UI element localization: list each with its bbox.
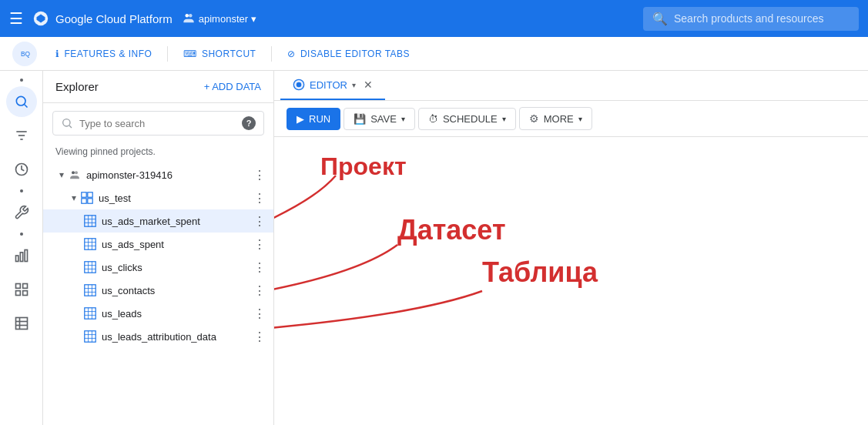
project-tree-item[interactable]: ▾ apimonster-319416 ⋮ [43, 163, 273, 186]
search-nav-icon [14, 94, 29, 109]
project-more-btn[interactable]: ⋮ [252, 167, 267, 182]
project-label: apimonster-319416 [86, 169, 252, 181]
svg-rect-12 [20, 253, 22, 262]
table-label-4: us_leads [102, 308, 252, 320]
svg-rect-26 [82, 192, 86, 197]
run-btn[interactable]: ▶ RUN [287, 108, 340, 130]
table-more-btn-1[interactable]: ⋮ [252, 236, 267, 252]
dataset-tree-item[interactable]: ▾ us_test ⋮ [43, 186, 273, 209]
account-chevron: ▾ [251, 13, 256, 25]
dataset-annotation-text: Датасет [397, 214, 506, 246]
logo: Google Cloud Platform [32, 10, 173, 27]
table-icon-4 [83, 306, 97, 320]
schedule-label: SCHEDULE [443, 113, 498, 125]
save-btn[interactable]: 💾 SAVE ▾ [344, 108, 415, 130]
search-input[interactable] [79, 118, 236, 129]
hamburger-menu[interactable]: ☰ [9, 9, 23, 28]
table-more-btn-5[interactable]: ⋮ [252, 329, 267, 344]
shortcut-btn[interactable]: ⌨ SHORTCUT [174, 44, 265, 64]
table-tree-item-3[interactable]: us_contacts ⋮ [43, 279, 273, 302]
sidebar-table-icon[interactable] [6, 308, 37, 339]
help-icon[interactable]: ? [242, 116, 256, 130]
table-tree-item-2[interactable]: us_clicks ⋮ [43, 256, 273, 279]
svg-rect-17 [22, 291, 27, 296]
sidebar-clock-icon[interactable] [6, 154, 37, 185]
dashboard-nav-icon [14, 282, 29, 297]
people-icon [69, 169, 81, 181]
schedule-icon: ⏱ [428, 113, 438, 125]
dataset-more-btn[interactable]: ⋮ [252, 190, 267, 206]
sidebar-dot-1 [20, 79, 23, 82]
project-icon [68, 168, 82, 182]
gcp-logo-icon [32, 10, 49, 27]
table-more-btn-2[interactable]: ⋮ [252, 259, 267, 275]
table-grid-icon [84, 215, 96, 227]
top-bar: ☰ Google Cloud Platform apimonster ▾ 🔍 S… [0, 0, 868, 37]
nav-divider-1 [167, 46, 168, 62]
project-annotation: Проект [320, 152, 407, 181]
sidebar-dot-2 [20, 189, 23, 192]
table-grid-icon-2 [84, 261, 96, 273]
table-tree-item-4[interactable]: us_leads ⋮ [43, 302, 273, 325]
table-label-0: us_ads_market_spent [102, 216, 252, 227]
table-nav-icon [14, 316, 29, 331]
sidebar-dashboard-icon[interactable] [6, 274, 37, 305]
table-label-1: us_ads_spent [102, 239, 252, 250]
table-tree-item-0[interactable]: us_ads_market_spent ⋮ [43, 209, 273, 233]
tree-container: ▾ apimonster-319416 ⋮ ▾ [43, 163, 273, 425]
account-selector[interactable]: apimonster ▾ [182, 12, 256, 25]
sidebar-chart-icon[interactable] [6, 240, 37, 271]
svg-rect-11 [15, 256, 18, 262]
svg-rect-55 [85, 331, 96, 342]
add-data-btn[interactable]: + ADD DATA [204, 81, 261, 92]
svg-rect-13 [25, 250, 27, 262]
svg-rect-28 [82, 199, 86, 203]
svg-rect-45 [85, 285, 96, 296]
svg-text:BQ: BQ [21, 50, 31, 58]
clock-nav-icon [14, 162, 29, 177]
table-more-btn-0[interactable]: ⋮ [252, 213, 267, 229]
table-icon-2 [83, 260, 97, 274]
svg-rect-18 [15, 318, 27, 330]
schedule-btn[interactable]: ⏱ SCHEDULE ▾ [418, 108, 516, 130]
project-annotation-text: Проект [320, 152, 407, 180]
secondary-nav: BQ ℹ FEATURES & INFO ⌨ SHORTCUT ⊘ DISABL… [0, 37, 868, 71]
table-grid-icon-5 [84, 330, 96, 343]
svg-rect-50 [85, 308, 96, 319]
info-icon: ℹ [55, 49, 60, 59]
more-label: MORE [544, 113, 574, 125]
editor-tab-label: EDITOR [310, 79, 347, 91]
explorer-panel: Explorer + ADD DATA ? Viewing pinned pro… [43, 71, 274, 425]
svg-rect-16 [15, 291, 20, 296]
features-info-btn[interactable]: ℹ FEATURES & INFO [46, 44, 161, 64]
save-label: SAVE [370, 113, 397, 125]
svg-point-24 [72, 171, 75, 174]
tab-close-btn[interactable]: ✕ [364, 79, 373, 91]
table-more-btn-4[interactable]: ⋮ [252, 306, 267, 321]
sidebar-search-icon[interactable] [6, 86, 37, 117]
table-tree-item-5[interactable]: us_leads_attribution_data ⋮ [43, 325, 273, 348]
search-icon: 🔍 [652, 12, 668, 26]
dataset-grid-icon [81, 192, 93, 204]
table-icon-1 [83, 237, 97, 251]
svg-point-5 [16, 96, 25, 105]
more-btn[interactable]: ⚙ MORE ▾ [519, 107, 592, 130]
svg-rect-29 [88, 199, 92, 203]
table-tree-item-1[interactable]: us_ads_spent ⋮ [43, 233, 273, 256]
table-more-btn-3[interactable]: ⋮ [252, 283, 267, 298]
dataset-chevron: ▾ [68, 192, 80, 204]
table-annotation-text: Таблица [482, 256, 598, 288]
global-search[interactable]: 🔍 Search products and resources [643, 7, 859, 31]
dataset-annotation: Датасет [397, 214, 506, 246]
table-icon-3 [83, 283, 97, 297]
disable-editor-tabs-btn[interactable]: ⊘ DISABLE EDITOR TABS [278, 44, 419, 64]
sidebar-filter-icon[interactable] [6, 120, 37, 151]
svg-line-6 [24, 105, 27, 108]
table-icon-5 [83, 330, 97, 343]
more-gear-icon: ⚙ [529, 112, 539, 125]
main-layout: Explorer + ADD DATA ? Viewing pinned pro… [0, 71, 868, 425]
bq-logo-icon: BQ [17, 46, 32, 62]
editor-tab[interactable]: EDITOR ▾ ✕ [280, 71, 385, 100]
sidebar-wrench-icon[interactable] [6, 197, 37, 228]
left-sidebar [0, 71, 43, 425]
